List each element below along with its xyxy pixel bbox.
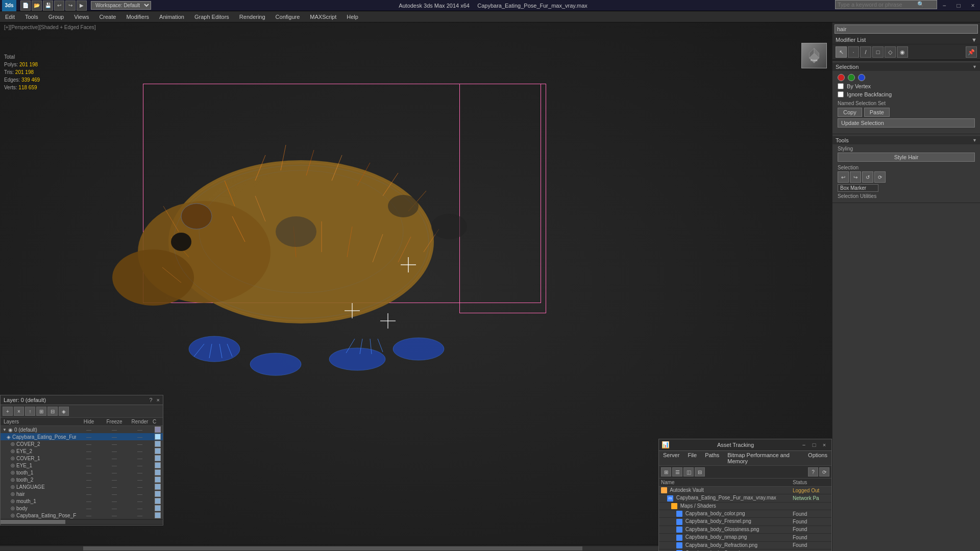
menu-maxscript[interactable]: MAXScript — [305, 13, 341, 21]
layer-new-btn[interactable]: + — [3, 407, 13, 416]
asset-menu-options[interactable]: Options — [804, 452, 831, 465]
copy-button[interactable]: Copy — [838, 108, 862, 117]
layer-row-tooth2[interactable]: ◎ tooth_2 — — — — [1, 476, 163, 483]
ignore-backfacing-checkbox[interactable] — [838, 91, 844, 97]
layer-move-btn[interactable]: ↑ — [25, 407, 35, 416]
layer-row-mouth1[interactable]: ◎ mouth_1 — — — — [1, 497, 163, 505]
vertex-mode-btn[interactable]: · — [848, 46, 859, 58]
layer-render-0[interactable]: — — [127, 427, 153, 433]
menu-edit[interactable]: Edit — [0, 13, 20, 21]
asset-menu-bitmap[interactable]: Bitmap Performance and Memory — [723, 452, 804, 465]
sel-icon-3[interactable]: ↺ — [862, 171, 873, 183]
minimize-button[interactable]: − — [937, 0, 951, 11]
tools-header[interactable]: Tools ▼ — [832, 136, 980, 144]
layer-row-capybara[interactable]: ◈ Capybara_Eating_Pose_Fur — — — — [1, 433, 163, 440]
asset-minimize-btn[interactable]: − — [800, 441, 808, 449]
close-button[interactable]: × — [966, 0, 980, 11]
update-selection-button[interactable]: Update Selection — [838, 118, 975, 128]
layer-row-hair[interactable]: ◎ hair — — — — [1, 490, 163, 497]
box-marker-input[interactable] — [838, 184, 878, 192]
asset-row-maps[interactable]: Maps / Shaders — [659, 502, 831, 510]
asset-row-maxfile[interactable]: m Capybara_Eating_Pose_Fur_max_vray.max … — [659, 494, 831, 502]
edge-mode-btn[interactable]: / — [860, 46, 871, 58]
layer-row-cover1[interactable]: ◎ COVER_1 — — — — [1, 455, 163, 462]
menu-group[interactable]: Group — [43, 13, 69, 21]
layer-delete-btn[interactable]: × — [14, 407, 24, 416]
menu-tools[interactable]: Tools — [20, 13, 43, 21]
menu-modifiers[interactable]: Modifiers — [121, 13, 154, 21]
asset-close-btn[interactable]: × — [820, 441, 828, 449]
asset-help-btn[interactable]: ? — [808, 467, 818, 477]
style-hair-button[interactable]: Style Hair — [838, 153, 975, 162]
element-mode-btn[interactable]: ◉ — [897, 46, 908, 58]
layer-freeze-cap[interactable]: — — [102, 434, 127, 440]
layer-row-eye2[interactable]: ◎ EYE_2 — — — — [1, 447, 163, 455]
asset-row-color[interactable]: Capybara_body_color.png Found — [659, 510, 831, 518]
menu-graph-editors[interactable]: Graph Editors — [189, 13, 234, 21]
asset-row-glossiness[interactable]: Capybara_body_Glossiness.png Found — [659, 525, 831, 533]
asset-btn3[interactable]: ◫ — [683, 467, 694, 477]
tools-collapse-icon[interactable]: ▼ — [972, 138, 977, 143]
open-btn[interactable]: 📂 — [32, 1, 42, 11]
maximize-button[interactable]: □ — [951, 0, 966, 11]
asset-row-fresnel[interactable]: Capybara_body_Fresnel.png Found — [659, 518, 831, 525]
search-input[interactable] — [836, 2, 917, 8]
navigation-cube[interactable]: Front — [801, 43, 827, 68]
sel-icon-2[interactable]: ↪ — [850, 171, 861, 183]
layer-hide-0[interactable]: — — [76, 427, 102, 433]
layer-row-eye1[interactable]: ◎ EYE_1 — — — — [1, 462, 163, 469]
layer-btn5[interactable]: ⊟ — [47, 407, 58, 416]
render-btn[interactable]: ▶ — [77, 1, 87, 11]
asset-btn2[interactable]: ☰ — [672, 467, 682, 477]
layer-scrollbar[interactable] — [1, 519, 163, 525]
asset-refresh-btn[interactable]: ⟳ — [819, 467, 829, 477]
layer-row-tooth1[interactable]: ◎ tooth_1 — — — — [1, 469, 163, 476]
menu-configure[interactable]: Configure — [271, 13, 305, 21]
paste-button[interactable]: Paste — [864, 108, 890, 117]
layer-help-btn[interactable]: ? — [149, 397, 152, 403]
asset-menu-paths[interactable]: Paths — [701, 452, 723, 465]
asset-menu-file[interactable]: File — [683, 452, 701, 465]
menu-rendering[interactable]: Rendering — [234, 13, 271, 21]
layer-close-btn[interactable]: × — [157, 397, 160, 403]
modifier-list-dropdown-icon[interactable]: ▼ — [971, 37, 977, 43]
layer-freeze-0[interactable]: — — [102, 427, 127, 433]
asset-btn4[interactable]: ⊟ — [695, 467, 705, 477]
layer-row-capfur[interactable]: ◎ Capybara_Eating_Pose_Fur — — — — [1, 512, 163, 519]
menu-views[interactable]: Views — [69, 13, 94, 21]
color-blue[interactable] — [858, 74, 865, 81]
pin-btn[interactable]: 📌 — [966, 46, 977, 58]
redo-btn[interactable]: ↪ — [65, 1, 76, 11]
layer-row-language[interactable]: ◎ LANGUAGE — — — — [1, 483, 163, 490]
layer-btn4[interactable]: ⊞ — [36, 407, 46, 416]
border-mode-btn[interactable]: □ — [872, 46, 884, 58]
by-vertex-checkbox[interactable] — [838, 83, 844, 89]
sel-icon-4[interactable]: ⟳ — [874, 171, 886, 183]
poly-mode-btn[interactable]: ◇ — [885, 46, 896, 58]
asset-maximize-btn[interactable]: □ — [810, 441, 818, 449]
layer-hide-cap[interactable]: — — [76, 434, 102, 440]
save-btn[interactable]: 💾 — [43, 1, 53, 11]
asset-row-vault[interactable]: Autodesk Vault Logged Out — [659, 487, 831, 494]
workspace-dropdown[interactable]: Workspace: Default — [91, 1, 151, 10]
new-btn[interactable]: 📄 — [20, 1, 31, 11]
layer-row-body[interactable]: ◎ body — — — — [1, 505, 163, 512]
color-green[interactable] — [848, 74, 855, 81]
menu-help[interactable]: Help — [341, 13, 363, 21]
selection-collapse-icon[interactable]: ▼ — [972, 64, 977, 69]
modifier-search-input[interactable] — [835, 24, 978, 34]
asset-row-nmap[interactable]: Capybara_body_nmap.png Found — [659, 534, 831, 541]
layer-row-cover2[interactable]: ◎ COVER_2 — — — — [1, 440, 163, 447]
selection-header[interactable]: Selection ▼ — [832, 63, 980, 71]
search-area[interactable]: 🔍 — [835, 0, 937, 9]
asset-row-refraction[interactable]: Capybara_body_Refraction.png Found — [659, 541, 831, 549]
asset-row-specular[interactable]: Capybara_body_Specular.png Found — [659, 549, 831, 551]
layer-row-default[interactable]: ▼ ◉ 0 (default) — — — — [1, 426, 163, 433]
search-icon[interactable]: 🔍 — [917, 1, 924, 8]
layer-render-cap[interactable]: — — [127, 434, 153, 440]
menu-animation[interactable]: Animation — [154, 13, 189, 21]
layer-color-0[interactable] — [153, 427, 163, 433]
layer-btn6[interactable]: ◈ — [59, 407, 69, 416]
color-red[interactable] — [838, 74, 845, 81]
undo-btn[interactable]: ↩ — [54, 1, 64, 11]
